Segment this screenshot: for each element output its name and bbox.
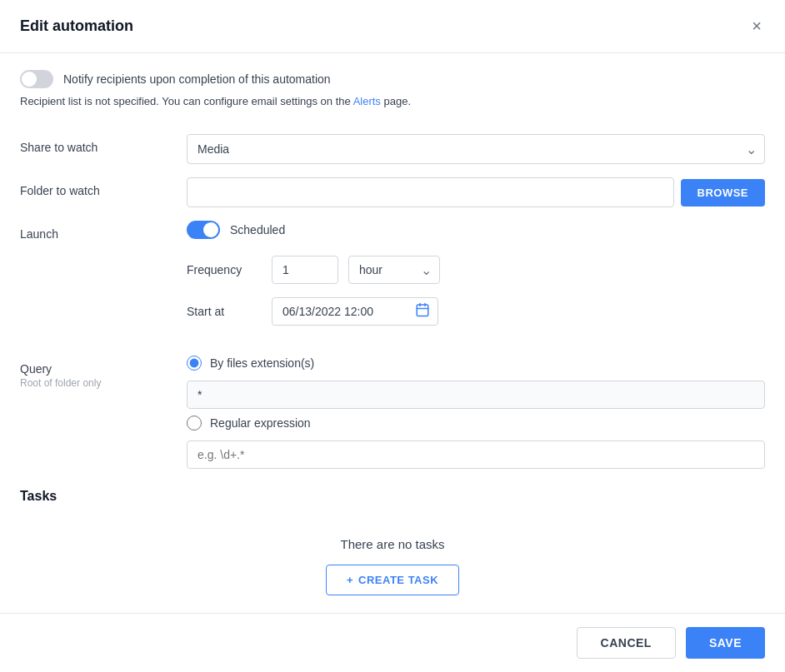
tasks-empty: There are no tasks + CREATE TASK: [20, 520, 765, 612]
dialog-title: Edit automation: [20, 17, 133, 35]
tasks-title: Tasks: [20, 489, 765, 504]
regular-expression-row: Regular expression: [187, 416, 765, 431]
regular-expression-label: Regular expression: [210, 416, 311, 430]
tasks-section: Tasks There are no tasks + CREATE TASK: [20, 489, 765, 612]
regular-expression-input[interactable]: [187, 441, 765, 469]
launch-label: Launch: [20, 221, 187, 342]
root-of-folder-label: Root of folder only: [20, 377, 187, 389]
folder-to-watch-label: Folder to watch: [20, 177, 187, 207]
close-icon: ×: [752, 17, 762, 36]
files-extension-input[interactable]: [187, 381, 765, 409]
dialog-header: Edit automation ×: [0, 0, 785, 53]
save-button[interactable]: SAVE: [686, 627, 765, 659]
dialog-body: Notify recipients upon completion of thi…: [0, 53, 785, 613]
freq-unit-wrapper: minute hour day week ⌄: [348, 256, 440, 284]
create-task-button[interactable]: + CREATE TASK: [326, 565, 459, 595]
start-at-label: Start at: [187, 305, 262, 318]
start-at-input-wrapper: [272, 297, 438, 326]
browse-button[interactable]: BROWSE: [681, 179, 766, 207]
query-section: Query Root of folder only By files exten…: [20, 356, 765, 469]
folder-to-watch-section: Folder to watch BROWSE: [20, 177, 765, 207]
frequency-label: Frequency: [187, 263, 262, 276]
create-task-label: CREATE TASK: [358, 574, 438, 586]
recipient-text: Recipient list is not specified. You can…: [20, 95, 411, 107]
share-to-watch-select-wrapper: Media Documents Images Videos ⌄: [187, 134, 765, 164]
start-at-input[interactable]: [272, 297, 438, 326]
calendar-icon[interactable]: [415, 302, 430, 321]
scheduled-label: Scheduled: [230, 223, 285, 236]
share-to-watch-section: Share to watch Media Documents Images Vi…: [20, 134, 765, 164]
query-label: Query Root of folder only: [20, 356, 187, 469]
launch-content: Scheduled Frequency minute hour day week: [187, 221, 765, 342]
alerts-link[interactable]: Alerts: [353, 95, 381, 107]
folder-to-watch-content: BROWSE: [187, 177, 765, 207]
by-files-extension-label: By files extension(s): [210, 356, 314, 370]
plus-icon: +: [347, 574, 353, 586]
svg-rect-0: [417, 305, 428, 316]
start-at-row: Start at: [187, 297, 765, 326]
cancel-button[interactable]: CANCEL: [577, 627, 676, 659]
notify-toggle-row: Notify recipients upon completion of thi…: [20, 70, 331, 88]
frequency-row: Frequency minute hour day week ⌄: [187, 256, 765, 284]
notify-section: Notify recipients upon completion of thi…: [20, 70, 765, 121]
notify-label: Notify recipients upon completion of thi…: [63, 72, 331, 86]
regular-expression-radio[interactable]: [187, 416, 202, 431]
launch-toggle[interactable]: [187, 221, 220, 239]
launch-section: Launch Scheduled Frequency minute hou: [20, 221, 765, 342]
edit-automation-dialog: Edit automation × Notify recipients upon…: [0, 0, 785, 672]
query-content: By files extension(s) Regular expression: [187, 356, 765, 469]
browse-row: BROWSE: [187, 177, 765, 207]
folder-to-watch-input[interactable]: [187, 177, 674, 207]
by-files-extension-radio[interactable]: [187, 356, 202, 371]
notify-toggle[interactable]: [20, 70, 53, 88]
share-to-watch-select[interactable]: Media Documents Images Videos: [187, 134, 765, 164]
tasks-empty-text: There are no tasks: [20, 537, 765, 551]
by-files-extension-row: By files extension(s): [187, 356, 765, 371]
frequency-unit-select[interactable]: minute hour day week: [348, 256, 440, 284]
dialog-footer: CANCEL SAVE: [0, 613, 785, 672]
frequency-input[interactable]: [272, 256, 338, 284]
scheduled-row: Scheduled: [187, 221, 765, 239]
share-to-watch-label: Share to watch: [20, 134, 187, 164]
share-to-watch-content: Media Documents Images Videos ⌄: [187, 134, 765, 164]
close-button[interactable]: ×: [748, 13, 765, 39]
